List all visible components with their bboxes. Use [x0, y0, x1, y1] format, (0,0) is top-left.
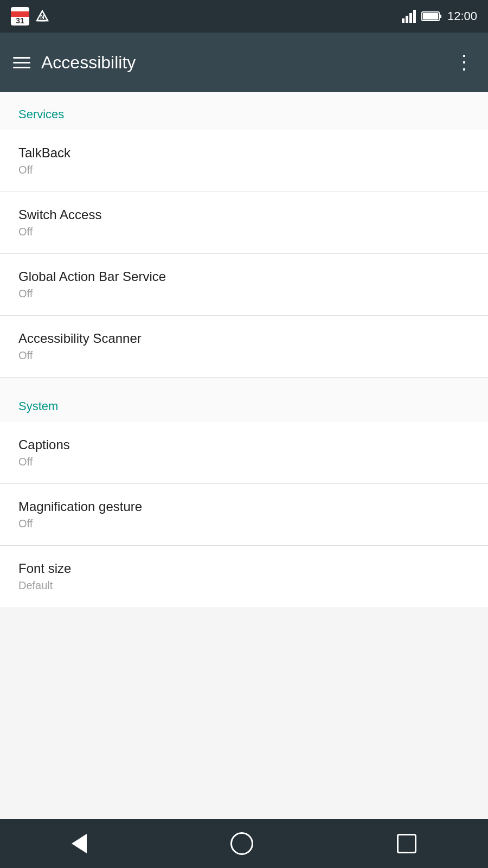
switch-access-title: Switch Access: [18, 207, 470, 222]
global-action-bar-title: Global Action Bar Service: [18, 269, 470, 284]
switch-access-item[interactable]: Switch Access Off: [0, 192, 488, 254]
more-options-button[interactable]: ⋮: [454, 51, 475, 74]
svg-rect-6: [423, 13, 438, 20]
accessibility-scanner-item[interactable]: Accessibility Scanner Off: [0, 316, 488, 378]
app-bar-left: Accessibility: [13, 53, 136, 73]
bottom-navigation: [0, 819, 488, 868]
magnification-gesture-title: Magnification gesture: [18, 499, 470, 514]
talkback-value: Off: [18, 164, 470, 176]
battery-icon: [421, 10, 442, 22]
svg-rect-5: [439, 15, 441, 18]
system-header-text: System: [18, 399, 58, 413]
services-section-header: Services: [0, 92, 488, 130]
nav-home-button[interactable]: [230, 832, 253, 855]
font-size-value: Default: [18, 579, 470, 592]
talkback-title: TalkBack: [18, 145, 470, 161]
accessibility-scanner-value: Off: [18, 349, 470, 362]
font-size-title: Font size: [18, 561, 470, 576]
status-time: 12:00: [447, 9, 477, 23]
status-bar-right: 12:00: [402, 9, 477, 23]
app-title: Accessibility: [41, 53, 136, 73]
magnification-gesture-value: Off: [18, 518, 470, 530]
calendar-day: 31: [16, 17, 24, 25]
global-action-bar-value: Off: [18, 288, 470, 300]
switch-access-value: Off: [18, 226, 470, 238]
talkback-item[interactable]: TalkBack Off: [0, 130, 488, 192]
notification-icon: N: [35, 9, 50, 24]
accessibility-scanner-title: Accessibility Scanner: [18, 331, 470, 346]
status-bar-left: 31 N: [11, 7, 50, 25]
captions-title: Captions: [18, 437, 470, 452]
system-section-header: System: [0, 384, 488, 422]
calendar-icon: 31: [11, 7, 29, 25]
status-bar: 31 N 12:00: [0, 0, 488, 33]
global-action-bar-item[interactable]: Global Action Bar Service Off: [0, 254, 488, 316]
nav-back-button[interactable]: [72, 834, 87, 853]
nav-recent-button[interactable]: [397, 834, 416, 853]
captions-item[interactable]: Captions Off: [0, 422, 488, 484]
svg-text:N: N: [40, 14, 44, 20]
font-size-item[interactable]: Font size Default: [0, 546, 488, 607]
services-header-text: Services: [18, 107, 64, 121]
captions-value: Off: [18, 456, 470, 468]
magnification-gesture-item[interactable]: Magnification gesture Off: [0, 484, 488, 546]
content-area: Services TalkBack Off Switch Access Off …: [0, 92, 488, 607]
app-bar: Accessibility ⋮: [0, 33, 488, 92]
menu-button[interactable]: [13, 57, 30, 68]
signal-icon: [402, 10, 416, 23]
